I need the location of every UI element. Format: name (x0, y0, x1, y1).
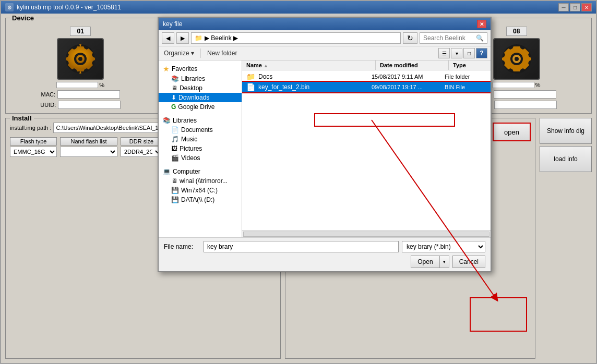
refresh-button[interactable]: ↻ (403, 32, 417, 44)
nav-item-google-drive[interactable]: G Google Drive (159, 102, 242, 112)
view-dropdown-button[interactable]: ▾ (451, 48, 462, 58)
search-icon: 🔍 (476, 34, 484, 42)
horizontal-scrollbar[interactable] (242, 230, 491, 237)
favorites-icon: ★ (163, 65, 170, 73)
help-button[interactable]: ? (476, 48, 487, 58)
nav-item-c-drive[interactable]: 💾 Win7x64 (C:) (159, 186, 242, 195)
nav-item-libraries[interactable]: 📚 Libraries (159, 74, 242, 83)
percent-row-01: % (10, 82, 151, 88)
documents-icon: 📄 (171, 126, 179, 134)
load-info-button[interactable]: load info (540, 146, 592, 172)
nav-forward-button[interactable]: ▶ (176, 32, 189, 44)
pictures-icon: 🖼 (171, 145, 177, 152)
nav-item-desktop-label: Desktop (180, 84, 202, 92)
h-scroll-bar (243, 232, 489, 237)
nav-item-pictures-label: Pictures (180, 145, 202, 152)
slot-number-01: 01 (70, 27, 91, 36)
dialog-body: ★ Favorites 📚 Libraries 🖥 Desktop ⬇ Down… (159, 60, 491, 237)
app-icon: ⚙ (5, 3, 14, 11)
column-type[interactable]: Type (449, 60, 491, 70)
libraries-group-icon: 📚 (163, 117, 171, 124)
uuid-label-01: UUID: (40, 102, 56, 108)
file-name-key-bin: key_for_test_2.bin (258, 83, 372, 91)
dialog-footer: File name: key brary (*.bin) Open ▾ Canc… (159, 237, 491, 271)
search-input[interactable] (423, 34, 476, 42)
filename-input[interactable] (204, 241, 399, 252)
dialog-cancel-button[interactable]: Cancel (452, 256, 485, 268)
address-path-box[interactable]: 📁 ▶ Beelink ▶ (191, 32, 401, 44)
gear-icon-08 (493, 38, 540, 80)
view-preview-button[interactable]: □ (463, 48, 475, 58)
footer-row1: File name: key brary (*.bin) (164, 241, 485, 252)
maximize-button[interactable]: □ (570, 3, 580, 11)
flash-type-group: Flash type EMMC_16G (10, 137, 57, 157)
nav-item-computer-label: Computer (173, 168, 200, 175)
dialog-address-bar: ◀ ▶ 📁 ▶ Beelink ▶ ↻ 🔍 (159, 30, 491, 46)
music-icon: 🎵 (171, 136, 179, 143)
nav-item-google-drive-label: Google Drive (178, 103, 214, 111)
new-folder-button[interactable]: New folder (205, 48, 239, 58)
nav-item-music[interactable]: 🎵 Music (159, 135, 242, 144)
c-drive-icon: 💾 (171, 187, 179, 194)
uuid-input-01[interactable] (58, 101, 121, 109)
view-list-button[interactable]: ☰ (438, 48, 450, 58)
d-drive-icon: 💾 (171, 196, 179, 203)
filetype-select[interactable]: key brary (*.bin) (402, 241, 485, 252)
minimize-button[interactable]: ─ (558, 3, 569, 11)
nav-item-downloads[interactable]: ⬇ Downloads (159, 93, 242, 102)
nav-item-c-drive-label: Win7x64 (C:) (181, 187, 218, 194)
nand-select[interactable] (60, 147, 117, 157)
show-info-button[interactable]: Show info dlg (540, 118, 592, 144)
nav-item-favorites[interactable]: ★ Favorites (159, 64, 242, 74)
dialog-close-button[interactable]: ✕ (477, 20, 486, 28)
nav-item-network[interactable]: 🖥 winai (\\trimoror... (159, 176, 242, 186)
install-path-label: install.img path : (10, 125, 51, 131)
key-open-button[interactable]: open (493, 123, 531, 141)
nav-item-documents[interactable]: 📄 Documents (159, 125, 242, 135)
device-slot-01: 01 % (10, 27, 151, 109)
nav-tree: ★ Favorites 📚 Libraries 🖥 Desktop ⬇ Down… (159, 60, 242, 237)
close-button[interactable]: ✕ (581, 3, 592, 11)
percent-label-08: % (535, 82, 541, 88)
file-dialog: key file ✕ ◀ ▶ 📁 ▶ Beelink ▶ ↻ 🔍 Organiz… (158, 17, 492, 272)
nav-item-libraries-group-label: Libraries (173, 117, 197, 124)
mac-input-08[interactable] (494, 90, 556, 99)
nav-item-libraries-group[interactable]: 📚 Libraries (159, 116, 242, 125)
nav-item-computer[interactable]: 💻 Computer (159, 167, 242, 176)
network-icon: 🖥 (171, 177, 177, 185)
nav-item-desktop[interactable]: 🖥 Desktop (159, 83, 242, 93)
title-bar-left: ⚙ kylin usb mp tool 0.0.9 - ver_1005811 (5, 3, 121, 11)
nav-divider2 (159, 163, 242, 167)
nav-divider1 (159, 112, 242, 116)
title-bar: ⚙ kylin usb mp tool 0.0.9 - ver_1005811 … (1, 1, 596, 14)
slot-number-08: 08 (506, 27, 527, 36)
file-item-docs[interactable]: 📁 Docs 15/08/2017 9:11 AM File folder (242, 71, 491, 82)
nav-item-videos[interactable]: 🎬 Videos (159, 153, 242, 163)
search-box: 🔍 (420, 32, 487, 44)
uuid-input-08[interactable] (494, 101, 557, 109)
percent-bar-01 (56, 82, 98, 88)
file-list-header: Name ▲ Date modified Type (242, 60, 491, 70)
nand-label: Nand flash list (60, 137, 117, 145)
file-list: 📁 Docs 15/08/2017 9:11 AM File folder 📄 … (242, 70, 491, 230)
window-title: kylin usb mp tool 0.0.9 - ver_1005811 (17, 4, 121, 11)
column-date[interactable]: Date modified (376, 60, 449, 70)
nav-back-button[interactable]: ◀ (162, 32, 174, 44)
file-item-key-bin[interactable]: 📄 key_for_test_2.bin 09/08/2017 19:17 ..… (242, 82, 491, 92)
mac-label-01: MAC: (41, 91, 56, 98)
column-name[interactable]: Name ▲ (242, 60, 376, 70)
organize-button[interactable]: Organize ▾ (162, 48, 196, 58)
mac-input-01[interactable] (57, 90, 120, 99)
dialog-open-button[interactable]: Open (411, 256, 439, 268)
nav-item-downloads-label: Downloads (178, 94, 209, 101)
dialog-open-arrow-button[interactable]: ▾ (440, 256, 449, 268)
file-date-docs: 15/08/2017 9:11 AM (372, 74, 445, 80)
uuid-row-01: UUID: (40, 101, 121, 109)
ddr-select[interactable]: 2DDR4_2G (121, 147, 162, 157)
nav-item-documents-label: Documents (181, 126, 213, 134)
nav-item-pictures[interactable]: 🖼 Pictures (159, 144, 242, 153)
mac-row-01: MAC: (41, 90, 121, 99)
nav-item-d-drive[interactable]: 💾 DATA(\\ (D:) (159, 195, 242, 204)
nand-group: Nand flash list (60, 137, 117, 157)
flash-type-select[interactable]: EMMC_16G (10, 147, 57, 157)
